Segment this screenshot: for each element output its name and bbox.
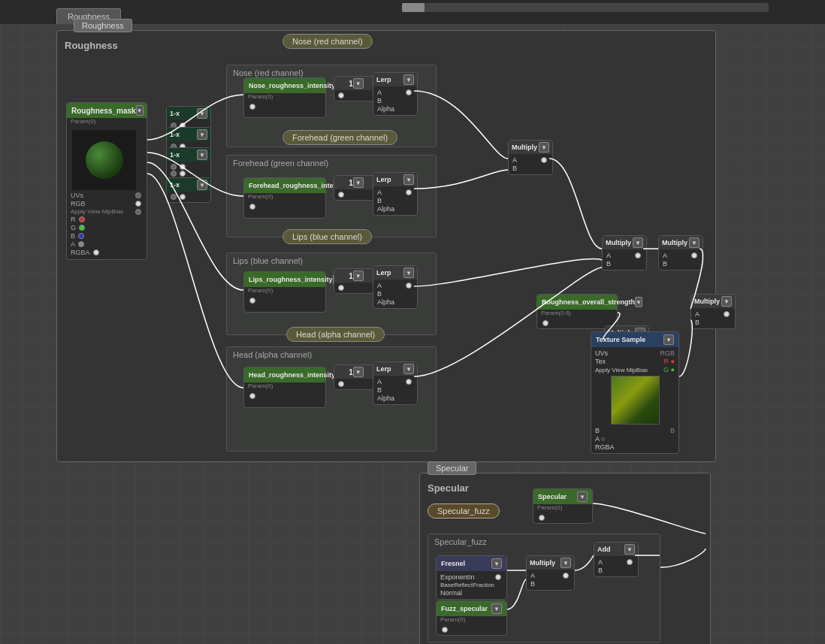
roughness-mask-node[interactable]: Roughness_mask ▼ Param(0) UVs RGB bbox=[66, 102, 147, 260]
comment-forehead: Forehead (green channel) bbox=[283, 130, 397, 145]
texture-sample-preview bbox=[611, 376, 660, 425]
wire-lips-lerp-out bbox=[414, 259, 602, 286]
pin-row-uvs: UVs bbox=[71, 192, 143, 199]
multiply-node-2[interactable]: Multiply▼ A B bbox=[602, 235, 647, 271]
specular-tab-button[interactable]: Specular bbox=[428, 461, 476, 475]
multiply-final-node[interactable]: Multiply▼ A B bbox=[691, 294, 736, 329]
wire-texture-to-mult4 bbox=[679, 320, 692, 376]
wire-specular-out bbox=[593, 503, 706, 534]
oneminusx-node-3[interactable]: 1-x▼ bbox=[166, 147, 211, 180]
multiply-node-3[interactable]: Multiply▼ A B bbox=[658, 235, 703, 271]
lips-intensity-node[interactable]: Lips_roughness_intensity ▼ Param(0) bbox=[243, 271, 326, 313]
pin-a bbox=[78, 241, 84, 247]
nose-intensity-node[interactable]: Nose_roughness_intensity ▼ Param(0) bbox=[243, 77, 326, 118]
specular-fuzz-inner: Specular_fuzz Fresnel ▼ ExponentIn BaseR… bbox=[428, 534, 660, 642]
pin-uvs bbox=[135, 192, 141, 198]
canvas-area: Roughness Roughness Nose (red channel) F… bbox=[0, 24, 825, 644]
roughness-group: Roughness Roughness Nose (red channel) F… bbox=[56, 30, 716, 462]
nose-const-out bbox=[338, 92, 344, 98]
head-intensity-node[interactable]: Head_roughness_intensity ▼ Param(0) bbox=[243, 367, 326, 408]
specular-group-label: Specular bbox=[428, 482, 469, 494]
lips-lerp-node[interactable]: Lerp▼ A B Alpha bbox=[373, 265, 418, 309]
roughness-group-label: Roughness bbox=[65, 40, 118, 51]
specular-param-node[interactable]: Specular ▼ Param(0) bbox=[533, 488, 593, 524]
pin-rgb bbox=[135, 201, 141, 207]
forehead-intensity-node[interactable]: Forehead_roughness_intensity ▼ Param(0) bbox=[243, 177, 326, 219]
roughness-mask-header: Roughness_mask ▼ bbox=[67, 103, 147, 118]
wire-fuzz-group-out bbox=[660, 549, 706, 567]
multiply-node-channels[interactable]: Multiply▼ A B bbox=[508, 140, 553, 175]
nose-const-node[interactable]: 1 ▼ bbox=[334, 76, 379, 101]
fuzz-add-node[interactable]: Add▼ A B bbox=[594, 542, 639, 577]
fuzz-specular-node[interactable]: Fuzz_specular ▼ Param(0) bbox=[436, 600, 507, 636]
specular-fuzz-btn[interactable]: Specular_fuzz bbox=[428, 503, 500, 519]
pin-mipbias bbox=[135, 209, 141, 215]
head-group-label: Head (alpha channel) bbox=[227, 347, 436, 362]
comment-lips: Lips (blue channel) bbox=[283, 229, 372, 244]
head-lerp-node[interactable]: Lerp▼ A B Alpha bbox=[373, 361, 418, 405]
scrollbar-thumb bbox=[402, 3, 425, 12]
roughness-tab-button[interactable]: Roughness bbox=[74, 19, 132, 32]
comment-head: Head (alpha channel) bbox=[286, 327, 385, 342]
top-scrollbar[interactable] bbox=[402, 3, 769, 12]
forehead-group-label: Forehead (green channel) bbox=[227, 156, 436, 171]
fresnel-node[interactable]: Fresnel ▼ ExponentIn BaseReflectFraction… bbox=[436, 555, 507, 600]
specular-group: Specular Specular Specular ▼ Param(0) Sp… bbox=[419, 473, 711, 644]
nose-lerp-node[interactable]: Lerp▼ A B Alpha bbox=[373, 72, 418, 116]
wire-fuzz-to-mult bbox=[507, 579, 526, 609]
forehead-const-node[interactable]: 1▼ bbox=[334, 175, 379, 201]
fuzz-multiply-node[interactable]: Multiply▼ A B bbox=[526, 555, 575, 591]
wire-mult1-out bbox=[549, 159, 602, 249]
comment-nose: Nose (red channel) bbox=[283, 34, 373, 49]
wire-mult-to-add bbox=[575, 555, 594, 570]
roughness-overall-node[interactable]: Roughness_overall_strength ▼ Param(0.6) bbox=[536, 294, 618, 329]
lips-const-node[interactable]: 1▼ bbox=[334, 268, 379, 294]
pin-g bbox=[79, 225, 85, 231]
oneminusx-node-4[interactable]: 1-x▼ bbox=[166, 177, 211, 203]
forehead-lerp-node[interactable]: Lerp▼ A B Alpha bbox=[373, 172, 418, 216]
roughness-mask-body: UVs RGB Apply View MipBias R G bbox=[67, 126, 147, 259]
pin-b bbox=[78, 233, 84, 239]
texture-sphere bbox=[86, 141, 123, 179]
pin-rgba bbox=[93, 249, 99, 255]
texture-sample-node[interactable]: Texture Sample ▼ UVs RGB Tex R ● Apply V… bbox=[591, 331, 679, 454]
roughness-mask-preview bbox=[72, 130, 136, 190]
head-const-node[interactable]: 1▼ bbox=[334, 364, 379, 390]
pin-r bbox=[79, 216, 85, 222]
roughness-mask-expand[interactable]: ▼ bbox=[136, 105, 144, 116]
